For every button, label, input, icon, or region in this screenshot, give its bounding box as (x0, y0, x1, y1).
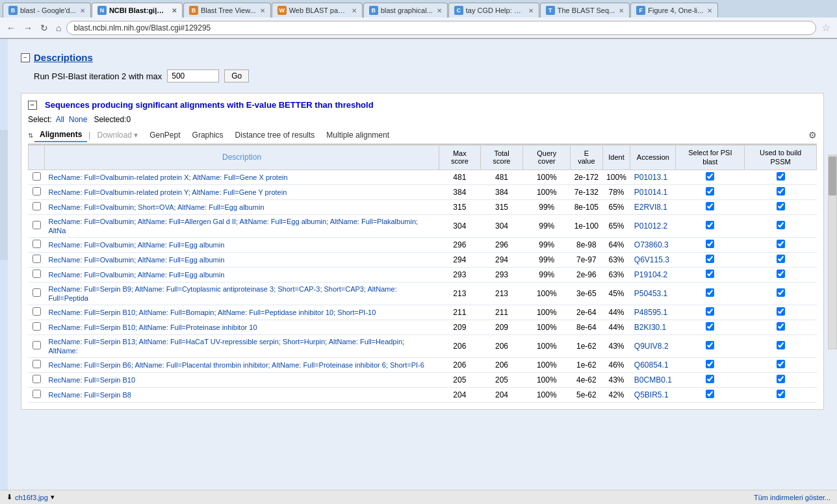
tab-close-tab5[interactable]: ✕ (437, 7, 442, 14)
accession-link-5[interactable]: Q6V115.3 (634, 255, 669, 264)
back-button[interactable]: ← (4, 21, 18, 34)
row-checkbox-7[interactable] (32, 288, 41, 297)
row-checkbox-12[interactable] (32, 375, 41, 383)
download-button[interactable]: Download ▾ (92, 129, 143, 142)
tab-close-tab1[interactable]: ✕ (80, 7, 85, 14)
browser-tab-tab4[interactable]: WWeb BLAST pag...✕ (272, 3, 363, 18)
accession-link-9[interactable]: B2KI30.1 (634, 323, 666, 332)
browser-tab-tab5[interactable]: Bblast graphical...✕ (363, 3, 448, 18)
description-link-1[interactable]: RecName: Full=Ovalbumin-related protein … (49, 188, 287, 196)
build-checkbox-13[interactable] (777, 390, 785, 398)
accession-link-0[interactable]: P01013.1 (634, 173, 667, 182)
accession-link-12[interactable]: B0CMB0.1 (634, 375, 672, 384)
downloaded-file-link[interactable]: ch16f3.jpg (15, 494, 48, 494)
tab-close-tab3[interactable]: ✕ (260, 7, 265, 14)
build-checkbox-7[interactable] (777, 288, 785, 297)
accession-link-8[interactable]: P48595.1 (634, 308, 667, 317)
psi-checkbox-10[interactable] (706, 341, 714, 349)
psi-checkbox-11[interactable] (706, 360, 714, 368)
psi-checkbox-6[interactable] (706, 270, 714, 278)
description-link-11[interactable]: RecName: Full=Serpin B6; AltName: Full=P… (49, 361, 424, 369)
browser-tab-tab3[interactable]: BBlast Tree View...✕ (183, 3, 271, 18)
description-link-7[interactable]: RecName: Full=Serpin B9; AltName: Full=C… (49, 285, 397, 302)
psi-checkbox-0[interactable] (706, 172, 714, 181)
build-checkbox-8[interactable] (777, 307, 785, 316)
accession-link-11[interactable]: Q60854.1 (634, 360, 669, 370)
accession-link-7[interactable]: P50453.1 (634, 289, 667, 298)
browser-tab-tab8[interactable]: FFigure 4, One-li...✕ (630, 3, 718, 18)
psi-max-input[interactable] (167, 69, 219, 82)
multiple-alignment-button[interactable]: Multiple alignment (321, 129, 394, 142)
collapse-descriptions-button[interactable]: − (21, 53, 30, 62)
build-checkbox-6[interactable] (777, 270, 785, 278)
row-checkbox-10[interactable] (32, 341, 41, 349)
scroll-thumb[interactable] (829, 157, 836, 195)
tab-close-tab6[interactable]: ✕ (528, 7, 534, 14)
description-link-13[interactable]: RecName: Full=Serpin B8 (49, 391, 131, 399)
go-button[interactable]: Go (224, 69, 249, 82)
row-checkbox-13[interactable] (32, 390, 41, 398)
psi-checkbox-3[interactable] (706, 221, 714, 229)
collapse-sequences-button[interactable]: − (28, 101, 37, 110)
row-checkbox-2[interactable] (32, 202, 41, 210)
build-checkbox-5[interactable] (777, 255, 785, 263)
psi-checkbox-13[interactable] (706, 390, 714, 398)
gear-icon[interactable]: ⚙ (808, 130, 817, 140)
tab-close-tab7[interactable]: ✕ (619, 7, 624, 14)
description-link-6[interactable]: RecName: Full=Ovalbumin; AltName: Full=E… (49, 271, 225, 279)
build-checkbox-10[interactable] (777, 341, 785, 349)
tab-close-tab8[interactable]: ✕ (707, 7, 712, 14)
psi-checkbox-1[interactable] (706, 187, 714, 195)
tab-close-tab4[interactable]: ✕ (352, 7, 357, 14)
genpept-button[interactable]: GenPept (144, 129, 185, 142)
description-link-2[interactable]: RecName: Full=Ovalbumin; Short=OVA; AltN… (49, 203, 264, 211)
build-checkbox-0[interactable] (777, 172, 785, 181)
row-checkbox-8[interactable] (32, 307, 41, 316)
psi-checkbox-4[interactable] (706, 240, 714, 248)
bookmark-button[interactable]: ☆ (819, 20, 833, 35)
select-none-link[interactable]: None (69, 115, 88, 124)
show-all-downloads-link[interactable]: Tüm indirmeleri göster... (754, 494, 831, 494)
description-link-3[interactable]: RecName: Full=Ovalbumin; AltName: Full=A… (49, 218, 419, 234)
distance-tree-button[interactable]: Distance tree of results (230, 129, 320, 142)
browser-tab-tab7[interactable]: TThe BLAST Seq...✕ (540, 3, 630, 18)
accession-link-10[interactable]: Q9UIV8.2 (634, 342, 669, 351)
tab-close-tab2[interactable]: ✕ (172, 7, 177, 14)
description-link-8[interactable]: RecName: Full=Serpin B10; AltName: Full=… (49, 309, 376, 316)
dropdown-arrow[interactable]: ▾ (51, 493, 55, 494)
psi-checkbox-7[interactable] (706, 288, 714, 297)
row-checkbox-9[interactable] (32, 322, 41, 331)
accession-link-3[interactable]: P01012.2 (634, 221, 667, 231)
build-checkbox-4[interactable] (777, 240, 785, 248)
scrollbar[interactable] (828, 155, 837, 349)
description-link-10[interactable]: RecName: Full=Serpin B13; AltName: Full=… (49, 338, 405, 355)
row-checkbox-11[interactable] (32, 360, 41, 368)
accession-link-4[interactable]: O73860.3 (634, 240, 669, 249)
select-all-link[interactable]: All (56, 115, 64, 124)
browser-tab-tab6[interactable]: Ctay CGD Help: BLA...✕ (448, 3, 539, 18)
accession-link-6[interactable]: P19104.2 (634, 270, 667, 279)
description-link-9[interactable]: RecName: Full=Serpin B10; AltName: Full=… (49, 323, 257, 331)
build-checkbox-1[interactable] (777, 187, 785, 195)
description-link-5[interactable]: RecName: Full=Ovalbumin; AltName: Full=E… (49, 256, 225, 264)
browser-tab-tab1[interactable]: Bblast - Google'd...✕ (3, 3, 91, 18)
accession-link-2[interactable]: E2RVI8.1 (634, 203, 667, 212)
build-checkbox-9[interactable] (777, 322, 785, 331)
address-bar[interactable] (66, 21, 816, 35)
psi-checkbox-9[interactable] (706, 322, 714, 331)
row-checkbox-1[interactable] (32, 187, 41, 195)
row-checkbox-5[interactable] (32, 255, 41, 263)
reload-button[interactable]: ↻ (38, 21, 51, 34)
build-checkbox-3[interactable] (777, 221, 785, 229)
alignments-button[interactable]: Alignments (34, 128, 87, 142)
psi-checkbox-2[interactable] (706, 202, 714, 210)
accession-link-13[interactable]: Q5BIR5.1 (634, 390, 669, 399)
row-checkbox-3[interactable] (32, 221, 41, 229)
psi-checkbox-12[interactable] (706, 375, 714, 383)
row-checkbox-6[interactable] (32, 270, 41, 278)
descriptions-title[interactable]: Descriptions (34, 52, 93, 63)
forward-button[interactable]: → (21, 21, 35, 34)
description-link-12[interactable]: RecName: Full=Serpin B10 (49, 376, 136, 384)
build-checkbox-11[interactable] (777, 360, 785, 368)
browser-tab-tab2[interactable]: NNCBI Blast:gi|12...✕ (92, 3, 183, 18)
